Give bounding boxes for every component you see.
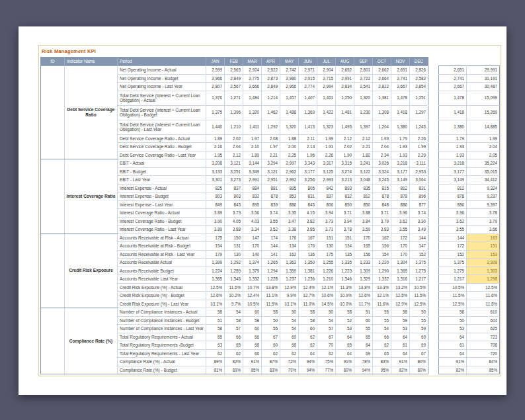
month-value-cell[interactable]: 893 [336, 184, 354, 192]
summary-total-cell[interactable]: 2.05 [467, 151, 500, 159]
month-value-cell[interactable]: 2,834 [336, 83, 354, 91]
month-value-cell[interactable]: 70 [317, 341, 336, 350]
month-value-cell[interactable]: 54 [280, 316, 299, 325]
month-value-cell[interactable]: 1.93 [373, 134, 391, 143]
month-value-cell[interactable]: 1.82 [354, 151, 373, 159]
summary-current-cell[interactable]: 172 [439, 242, 467, 251]
month-value-cell[interactable]: 64 [336, 349, 354, 358]
month-value-cell[interactable]: 3.52 [262, 226, 280, 234]
month-value-cell[interactable]: 1,407 [299, 91, 317, 105]
month-value-cell[interactable]: 1.99 [410, 143, 428, 151]
month-value-cell[interactable]: 50 [262, 316, 280, 325]
period-cell[interactable]: Interest Expense - Actual [118, 184, 206, 192]
period-cell[interactable]: Net Operating Income - Last Year [118, 83, 206, 91]
month-value-cell[interactable]: 1.89 [206, 134, 225, 143]
month-value-cell[interactable]: 2.11 [299, 134, 317, 143]
month-value-cell[interactable]: 140 [243, 250, 262, 259]
month-value-cell[interactable]: 843 [225, 200, 243, 209]
month-value-cell[interactable]: 845 [299, 200, 317, 209]
month-value-cell[interactable]: 886 [391, 200, 410, 209]
month-value-cell[interactable]: 54 [280, 325, 299, 333]
month-value-cell[interactable]: 1,418 [391, 105, 410, 120]
month-value-cell[interactable]: 12.4% [243, 292, 262, 300]
month-value-cell[interactable]: 10.5% [243, 300, 262, 308]
month-value-cell[interactable]: 1,478 [391, 91, 410, 105]
month-value-cell[interactable]: 3.71 [317, 226, 336, 234]
period-cell[interactable]: Total Regulatory Requirements -Budget [118, 341, 206, 350]
month-value-cell[interactable]: 72% [280, 358, 299, 366]
month-value-cell[interactable]: 94% [299, 358, 317, 366]
month-value-cell[interactable]: 1,332 [243, 275, 262, 284]
month-value-cell[interactable]: 1,335 [336, 259, 354, 267]
month-value-cell[interactable]: 55 [410, 316, 428, 325]
month-value-cell[interactable]: 12.6% [206, 292, 225, 300]
month-value-cell[interactable]: 3,064 [410, 176, 428, 185]
summary-total-cell[interactable]: 3.78 [467, 209, 500, 218]
month-value-cell[interactable]: 13.1% [206, 300, 225, 308]
month-value-cell[interactable]: 2.12 [225, 151, 243, 159]
month-value-cell[interactable]: 64 [391, 349, 410, 358]
summary-current-cell[interactable]: 61 [439, 341, 467, 350]
month-value-cell[interactable]: 1,332 [373, 275, 391, 284]
month-value-cell[interactable]: 2.10 [243, 143, 262, 151]
month-value-cell[interactable]: 51 [354, 308, 373, 317]
month-value-cell[interactable]: 1,236 [299, 275, 317, 284]
summary-current-cell[interactable]: 1,217 [439, 275, 467, 284]
month-value-cell[interactable]: 3.74 [262, 209, 280, 218]
month-value-cell[interactable]: 3,213 [336, 176, 354, 185]
month-value-cell[interactable]: 831 [299, 192, 317, 201]
period-cell[interactable]: Accounts Receivable Last Year [118, 275, 206, 284]
month-value-cell[interactable]: 3.73 [317, 217, 336, 226]
month-value-cell[interactable]: 12.5% [391, 292, 410, 300]
month-value-cell[interactable]: 3,177 [299, 167, 317, 176]
month-value-cell[interactable]: 831 [410, 184, 428, 192]
month-value-cell[interactable]: 82% [391, 366, 410, 374]
month-value-cell[interactable]: 1,204 [373, 120, 391, 134]
summary-current-cell[interactable]: 1,418 [439, 105, 467, 120]
month-value-cell[interactable]: 58 [299, 308, 317, 317]
period-cell[interactable]: Total Regulatory Requirements - Last Yea… [118, 349, 206, 358]
month-value-cell[interactable]: 12.1% [317, 283, 336, 292]
month-value-cell[interactable]: 65 [336, 341, 354, 350]
month-value-cell[interactable]: 1.97 [243, 134, 262, 143]
month-value-cell[interactable]: 3,149 [391, 176, 410, 185]
month-value-cell[interactable]: 156 [354, 250, 373, 259]
month-value-cell[interactable]: 815 [373, 184, 391, 192]
month-value-cell[interactable]: 1,292 [225, 259, 243, 267]
period-cell[interactable]: Compliance Rate (%) - Actual [118, 358, 206, 366]
month-value-cell[interactable]: 3,048 [354, 176, 373, 185]
month-value-cell[interactable]: 3.56 [243, 209, 262, 218]
month-value-cell[interactable]: 884 [243, 184, 262, 192]
month-value-cell[interactable]: 2,722 [354, 74, 373, 83]
month-value-cell[interactable]: 1,320 [243, 105, 262, 120]
month-value-cell[interactable]: 3.84 [354, 217, 373, 226]
month-value-cell[interactable]: 13.8% [262, 283, 280, 292]
month-value-cell[interactable]: 87% [262, 358, 280, 366]
month-value-cell[interactable]: 58 [336, 308, 354, 317]
month-value-cell[interactable]: 12.5% [410, 300, 428, 308]
summary-total-cell[interactable]: 14,885 [467, 120, 500, 134]
month-value-cell[interactable]: 150 [225, 233, 243, 242]
month-value-cell[interactable]: 1,484 [243, 91, 262, 105]
month-value-cell[interactable]: 1.97 [262, 143, 280, 151]
month-value-cell[interactable]: 80% [336, 366, 354, 374]
summary-total-cell[interactable]: 34,412 [467, 176, 500, 185]
month-value-cell[interactable]: 1,217 [410, 275, 428, 284]
summary-current-cell[interactable]: 3.96 [439, 209, 467, 218]
month-value-cell[interactable]: 2,924 [243, 66, 262, 75]
summary-current-cell[interactable]: 2,741 [439, 74, 467, 83]
month-value-cell[interactable]: 172 [391, 233, 410, 242]
month-value-cell[interactable]: 2,741 [391, 74, 410, 83]
month-value-cell[interactable]: 812 [354, 192, 373, 201]
month-value-cell[interactable]: 2,873 [262, 74, 280, 83]
month-value-cell[interactable]: 65 [354, 333, 373, 341]
month-value-cell[interactable]: 2,966 [280, 83, 299, 91]
month-value-cell[interactable]: 2,951 [262, 176, 280, 185]
month-value-cell[interactable]: 80% [410, 366, 428, 374]
summary-total-cell[interactable]: 15,099 [467, 91, 500, 105]
id-cell[interactable] [41, 233, 65, 308]
summary-current-cell[interactable]: 2,667 [439, 83, 467, 91]
period-cell[interactable]: EBIT - Actual [118, 159, 206, 168]
month-value-cell[interactable]: 156 [373, 242, 391, 251]
month-value-cell[interactable]: 58 [299, 316, 317, 325]
